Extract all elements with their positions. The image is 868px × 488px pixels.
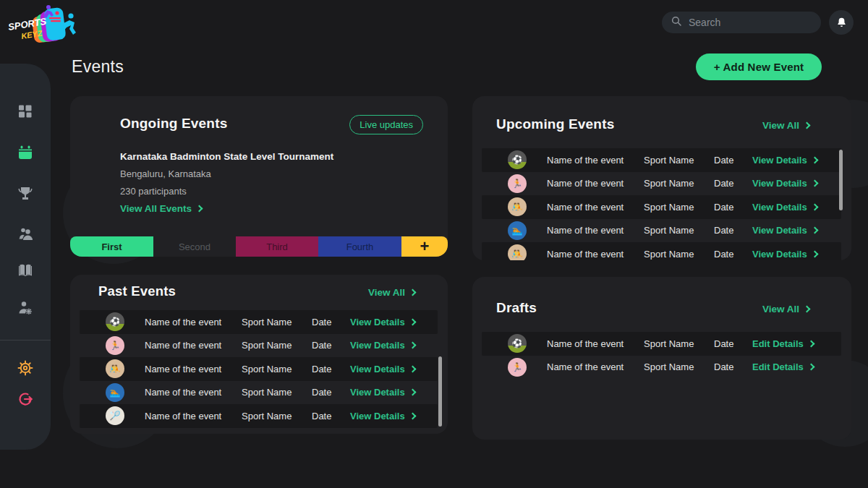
calendar-icon — [17, 144, 34, 161]
sidebar-item-events[interactable] — [17, 144, 34, 161]
chevron-right-icon — [409, 289, 417, 296]
event-date: Date — [312, 364, 350, 374]
chevron-right-icon — [409, 365, 416, 372]
notification-bell-button[interactable] — [829, 10, 854, 35]
table-row[interactable]: Name of the event Sport Name Date View D… — [80, 310, 438, 334]
table-row[interactable]: Name of the event Sport Name Date View D… — [80, 334, 438, 358]
tab-fourth[interactable]: Fourth — [318, 236, 401, 257]
table-row[interactable]: Name of the event Sport Name Date View D… — [80, 404, 438, 428]
table-row[interactable]: Name of the event Sport Name Date Edit D… — [482, 356, 841, 380]
sport-name: Sport Name — [242, 411, 312, 421]
sport-name: Sport Name — [242, 317, 312, 328]
past-view-all-link[interactable]: View All — [368, 287, 415, 298]
table-row[interactable]: Name of the event Sport Name Date View D… — [482, 148, 841, 172]
view-details-link[interactable]: View Details — [752, 155, 817, 166]
scrollbar[interactable] — [438, 356, 442, 427]
upcoming-events-table: Name of the event Sport Name Date View D… — [482, 148, 841, 260]
table-row[interactable]: Name of the event Sport Name Date View D… — [482, 172, 841, 196]
user-settings-icon — [17, 299, 34, 317]
view-details-link[interactable]: View Details — [752, 202, 817, 213]
event-name: Name of the event — [547, 202, 644, 213]
tab-add-button[interactable]: + — [401, 236, 448, 257]
chevron-right-icon — [409, 342, 416, 349]
tab-first[interactable]: First — [70, 236, 153, 257]
chevron-right-icon — [807, 364, 814, 371]
view-details-link[interactable]: View Details — [350, 411, 415, 421]
view-details-link[interactable]: View Details — [350, 317, 415, 328]
view-details-link[interactable]: View Details — [350, 364, 415, 374]
sport-avatar — [508, 174, 527, 193]
tab-second[interactable]: Second — [153, 236, 236, 257]
event-name: Name of the event — [547, 155, 644, 166]
sport-name: Sport Name — [644, 155, 714, 166]
view-details-link[interactable]: View Details — [752, 178, 817, 189]
drafts-view-all-link[interactable]: View All — [762, 304, 809, 314]
sidebar-item-settings[interactable] — [17, 359, 34, 377]
search-bar[interactable] — [662, 12, 821, 33]
sidebar-item-tournaments[interactable] — [17, 185, 34, 202]
chevron-right-icon — [811, 156, 818, 163]
ongoing-event-name: Karnataka Badminton State Level Tourname… — [120, 151, 333, 162]
sidebar-item-logout[interactable] — [17, 390, 34, 408]
event-date: Date — [714, 202, 752, 213]
event-date: Date — [714, 361, 752, 372]
sport-avatar — [508, 244, 527, 260]
upcoming-view-all-link[interactable]: View All — [762, 120, 809, 131]
ongoing-events-title: Ongoing Events — [120, 116, 227, 132]
chevron-right-icon — [811, 203, 818, 210]
scrollbar[interactable] — [839, 150, 843, 210]
chevron-right-icon — [409, 389, 416, 396]
event-date: Date — [312, 387, 350, 398]
sport-name: Sport Name — [644, 338, 714, 349]
view-all-events-link[interactable]: View All Events — [120, 203, 202, 214]
ongoing-event-participants: 230 participants — [120, 186, 187, 197]
logout-icon — [17, 390, 34, 408]
sports-keyz-logo[interactable]: SPORTS KEYZ — [7, 1, 82, 53]
settings-gear-icon — [17, 359, 34, 377]
sidebar — [0, 64, 51, 450]
sidebar-item-library[interactable] — [17, 262, 34, 279]
event-name: Name of the event — [547, 178, 644, 189]
add-new-event-button[interactable]: + Add New Event — [696, 53, 822, 80]
edit-details-link[interactable]: Edit Details — [752, 338, 814, 349]
table-row[interactable]: Name of the event Sport Name Date View D… — [80, 381, 438, 405]
table-row[interactable]: Name of the event Sport Name Date View D… — [482, 242, 841, 260]
sidebar-item-players[interactable] — [17, 226, 34, 243]
sport-name: Sport Name — [644, 361, 714, 372]
chevron-right-icon — [811, 227, 818, 234]
table-row[interactable]: Name of the event Sport Name Date View D… — [482, 195, 841, 219]
search-icon — [671, 15, 682, 30]
sport-name: Sport Name — [644, 249, 714, 260]
view-details-link[interactable]: View Details — [350, 387, 415, 398]
event-date: Date — [714, 225, 752, 236]
view-details-link[interactable]: View Details — [752, 225, 817, 236]
event-date: Date — [714, 338, 752, 349]
sport-avatar — [508, 221, 527, 240]
bell-icon — [835, 17, 848, 29]
sport-avatar — [106, 383, 124, 402]
sidebar-item-user-management[interactable] — [17, 299, 34, 317]
chevron-right-icon — [811, 180, 818, 187]
past-events-card: Past Events View All Name of the event S… — [70, 275, 448, 434]
event-date: Date — [714, 155, 752, 166]
tab-third[interactable]: Third — [236, 236, 318, 257]
book-icon — [17, 262, 34, 279]
event-date: Date — [312, 340, 350, 351]
view-details-link[interactable]: View Details — [752, 249, 817, 260]
sport-name: Sport Name — [242, 340, 312, 351]
sport-avatar — [508, 197, 527, 216]
page-title: Events — [72, 57, 124, 77]
upcoming-events-card: Upcoming Events View All Name of the eve… — [472, 96, 851, 260]
chevron-right-icon — [804, 122, 811, 129]
sport-avatar — [508, 334, 527, 353]
table-row[interactable]: Name of the event Sport Name Date View D… — [482, 219, 841, 243]
live-updates-badge: Live updates — [349, 115, 423, 134]
table-row[interactable]: Name of the event Sport Name Date Edit D… — [482, 332, 841, 356]
search-input[interactable] — [689, 17, 812, 28]
table-row[interactable]: Name of the event Sport Name Date View D… — [80, 357, 438, 381]
sidebar-item-dashboard[interactable] — [17, 103, 34, 120]
view-details-link[interactable]: View Details — [350, 340, 415, 351]
sport-name: Sport Name — [242, 364, 312, 374]
event-name: Name of the event — [547, 225, 644, 236]
edit-details-link[interactable]: Edit Details — [752, 361, 814, 372]
